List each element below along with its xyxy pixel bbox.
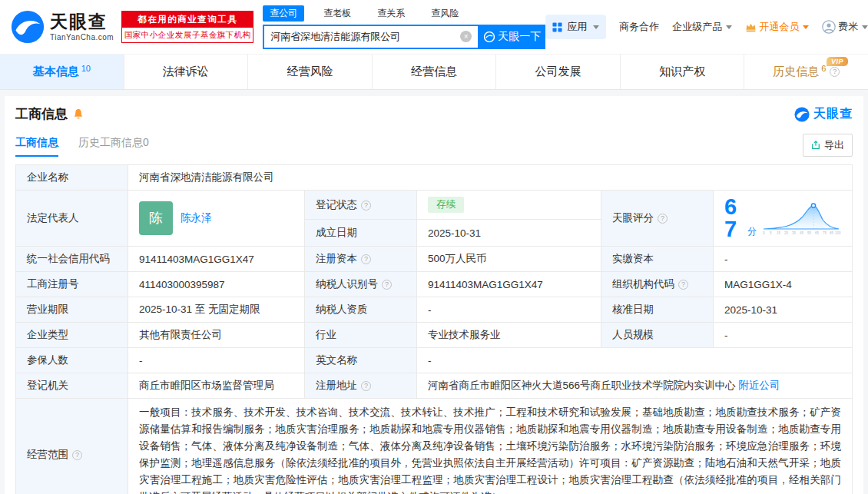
help-icon[interactable] [72, 450, 82, 460]
chevron-down-icon [862, 25, 868, 29]
field-label: 人员规模 [601, 323, 714, 348]
paid-capital-value: - [714, 247, 853, 272]
vip-badge: VIP [827, 57, 848, 66]
tax-id-value: 91411403MAG1GG1X47 [417, 272, 601, 297]
chevron-down-icon [726, 25, 732, 29]
business-scope-value: 一般项目：技术服务、技术开发、技术咨询、技术交流、技术转让、技术推广；工程和技术… [128, 399, 853, 494]
tab-operation-risk[interactable]: 经营风险 [248, 55, 373, 89]
tab-company-development[interactable]: 公司发展 [496, 55, 621, 89]
field-label: 法定代表人 [16, 191, 128, 247]
business-info-card: 工商信息 天眼查 工商信息 历史工商信息0 导出 [5, 96, 863, 494]
field-label: 参保人数 [16, 348, 128, 373]
tianyancha-logo[interactable]: 天眼查 TianYanCha.com [11, 10, 114, 44]
field-label: 组织机构代码 [601, 272, 714, 297]
legal-rep-avatar[interactable]: 陈 [139, 201, 173, 235]
field-label: 纳税人识别号 [305, 272, 417, 297]
svg-text:25: 25 [784, 231, 789, 235]
table-row: 企业名称 河南省深地清洁能源有限公司 [16, 165, 853, 191]
tab-legal-litigation[interactable]: 法律诉讼 [124, 55, 249, 89]
help-icon[interactable] [361, 381, 371, 391]
open-vip-menu[interactable]: 开通会员 [745, 20, 809, 34]
help-icon[interactable] [361, 201, 371, 211]
field-label: 工商注册号 [16, 272, 128, 297]
brand-name: 天眼查 [813, 106, 853, 122]
table-row: 参保人数 - 英文名称 - [16, 348, 853, 373]
search-tab-boss[interactable]: 查老板 [316, 5, 358, 22]
user-menu[interactable]: 费米 [822, 20, 868, 34]
svg-text:5: 5 [770, 231, 772, 235]
field-label: 企业名称 [16, 165, 128, 191]
staff-size-value: - [714, 323, 853, 348]
chevron-down-icon [593, 25, 599, 29]
est-date-value: 2025-10-31 [417, 220, 601, 247]
tab-history-info[interactable]: VIP 历史信息6 [744, 55, 868, 89]
credit-code-value: 91411403MAG1GG1X47 [128, 247, 305, 272]
page-content: 工商信息 天眼查 工商信息 历史工商信息0 导出 [0, 90, 868, 494]
company-nav-tabs: 基本信息10 法律诉讼 经营风险 经营信息 公司发展 知识产权 VIP 历史信息… [0, 54, 868, 90]
table-row: 经营范围 一般项目：技术服务、技术开发、技术咨询、技术交流、技术转让、技术推广；… [16, 399, 853, 494]
industry-value: 专业技术服务业 [417, 323, 601, 348]
search-tab-risk[interactable]: 查风险 [424, 5, 465, 22]
svg-text:0: 0 [763, 231, 765, 235]
legal-rep-link[interactable]: 陈永泽 [181, 211, 212, 225]
field-label: 经营范围 [16, 399, 128, 494]
enterprise-products-menu[interactable]: 企业级产品 [672, 20, 732, 34]
bell-icon[interactable] [73, 108, 84, 120]
field-label: 注册地址 [305, 373, 417, 399]
svg-text:65: 65 [815, 231, 820, 235]
reg-address-cell: 河南省商丘市睢阳区神火大道566号商丘职业技术学院院内实训中心 附近公司 [417, 373, 853, 399]
nearby-companies-link[interactable]: 附近公司 [738, 380, 780, 391]
help-icon[interactable] [361, 254, 371, 264]
section-title: 工商信息 [15, 105, 68, 123]
business-cooperation-link[interactable]: 商务合作 [619, 20, 659, 34]
legal-rep-cell: 陈 陈永泽 [128, 191, 305, 247]
chevron-down-icon [803, 25, 809, 29]
field-label: 行业 [305, 323, 417, 348]
svg-text:15: 15 [777, 231, 781, 235]
help-icon[interactable] [830, 67, 840, 77]
field-label: 注册资本 [305, 247, 417, 272]
term-value: 2025-10-31 至 无固定期限 [128, 297, 305, 323]
svg-text:55: 55 [807, 231, 812, 235]
tab-count: 10 [81, 64, 91, 73]
field-label: 登记机关 [16, 373, 128, 399]
tab-count: 6 [821, 64, 826, 73]
top-header: 天眼查 TianYanCha.com 都在用的商业查询工具 国家中小企业发展子基… [0, 0, 868, 54]
tab-basic-info[interactable]: 基本信息10 [0, 55, 124, 89]
user-avatar-icon [822, 20, 836, 34]
field-label: 实缴资本 [601, 247, 714, 272]
search-button-icon [484, 31, 495, 42]
help-icon[interactable] [382, 280, 392, 290]
status-badge: 存续 [428, 197, 464, 213]
search-box [263, 25, 479, 49]
clear-search-icon[interactable] [460, 31, 472, 42]
search-input[interactable] [264, 31, 460, 42]
english-name-value: - [417, 348, 853, 373]
tab-intellectual-property[interactable]: 知识产权 [621, 55, 745, 89]
field-label: 登记状态 [305, 191, 417, 220]
subtab-history-business-info[interactable]: 历史工商信息0 [78, 136, 149, 157]
search-tab-company[interactable]: 查公司 [263, 5, 304, 22]
export-icon [811, 141, 820, 150]
field-label: 统一社会信用代码 [16, 247, 128, 272]
field-label: 天眼评分 [601, 191, 714, 247]
help-icon[interactable] [658, 214, 668, 224]
table-row: 登记机关 商丘市睢阳区市场监督管理局 注册地址 河南省商丘市睢阳区神火大道566… [16, 373, 853, 399]
field-label: 核准日期 [601, 297, 714, 323]
help-icon[interactable] [678, 280, 688, 290]
search-area: 查公司 查老板 查关系 查风险 天眼一下 [263, 5, 545, 49]
org-code-value: MAG1GG1X-4 [714, 272, 853, 297]
promo-banner: 都在用的商业查询工具 国家中小企业发展子基金旗下机构 [121, 11, 253, 43]
apps-menu[interactable]: 应用 [545, 15, 606, 39]
export-button[interactable]: 导出 [803, 134, 853, 157]
subtab-business-info[interactable]: 工商信息 [15, 136, 58, 157]
search-tabs: 查公司 查老板 查关系 查风险 [263, 5, 545, 22]
logo-title: 天眼查 [50, 13, 114, 31]
search-button[interactable]: 天眼一下 [479, 25, 545, 49]
score-unit: 分 [747, 225, 757, 238]
crown-icon [745, 22, 757, 32]
search-tab-relation[interactable]: 查关系 [370, 5, 412, 22]
table-row: 企业类型 其他有限责任公司 行业 专业技术服务业 人员规模 - [16, 323, 853, 348]
tab-operation-info[interactable]: 经营信息 [373, 55, 497, 89]
promo-line2: 国家中小企业发展子基金旗下机构 [122, 28, 253, 42]
